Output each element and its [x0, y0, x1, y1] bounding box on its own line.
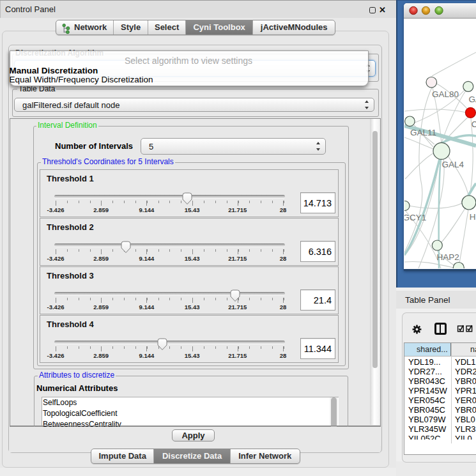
svg-text:GA: GA	[469, 95, 476, 104]
svg-text:GAL4: GAL4	[441, 160, 464, 169]
svg-text:GAL11: GAL11	[410, 128, 436, 137]
svg-text:HAP2: HAP2	[436, 252, 459, 262]
svg-text:GAL80: GAL80	[432, 89, 459, 99]
svg-text:C: C	[472, 119, 476, 129]
svg-text:GCY1: GCY1	[404, 213, 426, 222]
svg-text:H: H	[470, 212, 476, 222]
